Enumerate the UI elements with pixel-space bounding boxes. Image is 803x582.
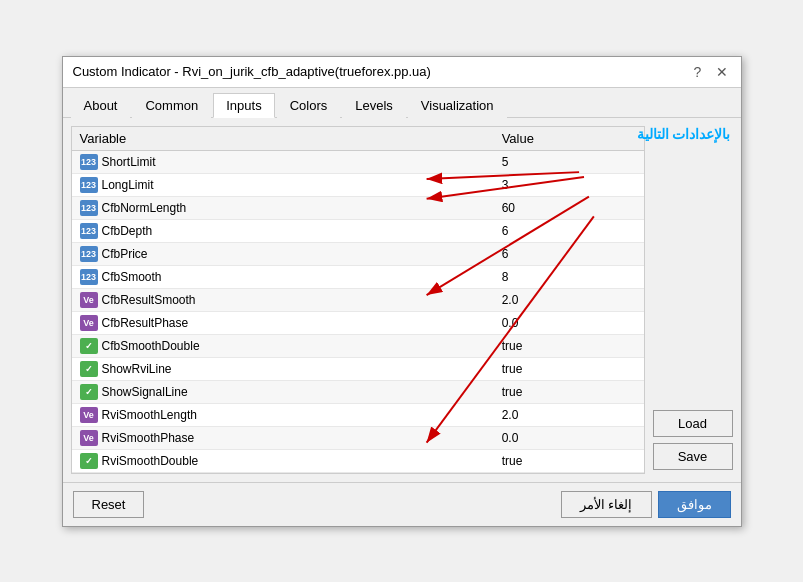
variable-name: RviSmoothDouble xyxy=(102,454,199,468)
variable-name: RviSmoothLength xyxy=(102,408,197,422)
close-icon[interactable]: ✕ xyxy=(713,63,731,81)
dialog: Custom Indicator - Rvi_on_jurik_cfb_adap… xyxy=(62,56,742,527)
bool-type-icon: ✓ xyxy=(80,384,98,400)
integer-type-icon: 123 xyxy=(80,223,98,239)
tab-common[interactable]: Common xyxy=(132,93,211,118)
variable-name: ShowRviLine xyxy=(102,362,172,376)
side-buttons: Load Save xyxy=(653,126,733,474)
load-button[interactable]: Load xyxy=(653,410,733,437)
save-button[interactable]: Save xyxy=(653,443,733,470)
table-row[interactable]: ✓ShowRviLinetrue xyxy=(72,357,644,380)
value-cell[interactable]: 2.0 xyxy=(494,403,644,426)
variable-name: ShowSignalLine xyxy=(102,385,188,399)
bool-type-icon: ✓ xyxy=(80,361,98,377)
table-row[interactable]: VeCfbResultPhase0.0 xyxy=(72,311,644,334)
content-area: بالإعدادات التالية xyxy=(63,118,741,482)
col-header-value: Value xyxy=(494,127,644,151)
value-cell[interactable]: true xyxy=(494,357,644,380)
variable-name: LongLimit xyxy=(102,178,154,192)
variable-name: CfbResultPhase xyxy=(102,316,189,330)
table-row[interactable]: VeRviSmoothPhase0.0 xyxy=(72,426,644,449)
variable-name: ShortLimit xyxy=(102,155,156,169)
title-icons: ? ✕ xyxy=(689,63,731,81)
bool-type-icon: ✓ xyxy=(80,338,98,354)
variables-table: Variable Value 123ShortLimit5123LongLimi… xyxy=(72,127,644,473)
value-cell[interactable]: 0.0 xyxy=(494,426,644,449)
tab-visualization[interactable]: Visualization xyxy=(408,93,507,118)
variable-cell: ✓ShowSignalLine xyxy=(72,380,494,403)
value-cell[interactable]: true xyxy=(494,334,644,357)
variable-name: CfbResultSmooth xyxy=(102,293,196,307)
double-type-icon: Ve xyxy=(80,315,98,331)
bottom-left-buttons: Reset xyxy=(73,491,145,518)
table-row[interactable]: 123CfbDepth6 xyxy=(72,219,644,242)
value-cell[interactable]: 60 xyxy=(494,196,644,219)
variable-cell: 123CfbDepth xyxy=(72,219,494,242)
value-cell[interactable]: 5 xyxy=(494,150,644,173)
table-row[interactable]: ✓RviSmoothDoubletrue xyxy=(72,449,644,472)
tab-about[interactable]: About xyxy=(71,93,131,118)
tab-inputs[interactable]: Inputs xyxy=(213,93,274,118)
table-row[interactable]: 123CfbPrice6 xyxy=(72,242,644,265)
tab-colors[interactable]: Colors xyxy=(277,93,341,118)
bottom-right-buttons: إلغاء الأمر موافق xyxy=(561,491,731,518)
variable-name: CfbSmooth xyxy=(102,270,162,284)
variable-name: CfbNormLength xyxy=(102,201,187,215)
cancel-button[interactable]: إلغاء الأمر xyxy=(561,491,652,518)
table-row[interactable]: 123LongLimit3 xyxy=(72,173,644,196)
table-row[interactable]: 123ShortLimit5 xyxy=(72,150,644,173)
integer-type-icon: 123 xyxy=(80,200,98,216)
variable-cell: VeRviSmoothPhase xyxy=(72,426,494,449)
integer-type-icon: 123 xyxy=(80,177,98,193)
variable-name: CfbDepth xyxy=(102,224,153,238)
variable-cell: 123LongLimit xyxy=(72,173,494,196)
reset-button[interactable]: Reset xyxy=(73,491,145,518)
variable-cell: VeRviSmoothLength xyxy=(72,403,494,426)
value-cell[interactable]: 6 xyxy=(494,219,644,242)
table-row[interactable]: ✓ShowSignalLinetrue xyxy=(72,380,644,403)
ok-button[interactable]: موافق xyxy=(658,491,731,518)
table-row[interactable]: VeRviSmoothLength2.0 xyxy=(72,403,644,426)
integer-type-icon: 123 xyxy=(80,246,98,262)
table-row[interactable]: 123CfbSmooth8 xyxy=(72,265,644,288)
double-type-icon: Ve xyxy=(80,292,98,308)
variable-cell: 123CfbPrice xyxy=(72,242,494,265)
value-cell[interactable]: 8 xyxy=(494,265,644,288)
variable-cell: 123CfbNormLength xyxy=(72,196,494,219)
bool-type-icon: ✓ xyxy=(80,453,98,469)
table-row[interactable]: 123CfbNormLength60 xyxy=(72,196,644,219)
tab-levels[interactable]: Levels xyxy=(342,93,406,118)
bottom-bar: Reset إلغاء الأمر موافق xyxy=(63,482,741,526)
table-row[interactable]: ✓CfbSmoothDoubletrue xyxy=(72,334,644,357)
value-cell[interactable]: 2.0 xyxy=(494,288,644,311)
variable-cell: ✓ShowRviLine xyxy=(72,357,494,380)
help-icon[interactable]: ? xyxy=(689,63,707,81)
value-cell[interactable]: 3 xyxy=(494,173,644,196)
variable-cell: 123ShortLimit xyxy=(72,150,494,173)
variable-name: CfbSmoothDouble xyxy=(102,339,200,353)
dialog-title: Custom Indicator - Rvi_on_jurik_cfb_adap… xyxy=(73,64,431,79)
tab-bar: About Common Inputs Colors Levels Visual… xyxy=(63,88,741,118)
variable-cell: VeCfbResultPhase xyxy=(72,311,494,334)
variables-table-container: Variable Value 123ShortLimit5123LongLimi… xyxy=(71,126,645,474)
variable-name: CfbPrice xyxy=(102,247,148,261)
value-cell[interactable]: 0.0 xyxy=(494,311,644,334)
variable-cell: ✓CfbSmoothDouble xyxy=(72,334,494,357)
title-bar: Custom Indicator - Rvi_on_jurik_cfb_adap… xyxy=(63,57,741,88)
value-cell[interactable]: 6 xyxy=(494,242,644,265)
double-type-icon: Ve xyxy=(80,407,98,423)
col-header-variable: Variable xyxy=(72,127,494,151)
value-cell[interactable]: true xyxy=(494,380,644,403)
integer-type-icon: 123 xyxy=(80,269,98,285)
variable-name: RviSmoothPhase xyxy=(102,431,195,445)
variable-cell: ✓RviSmoothDouble xyxy=(72,449,494,472)
double-type-icon: Ve xyxy=(80,430,98,446)
variable-cell: 123CfbSmooth xyxy=(72,265,494,288)
value-cell[interactable]: true xyxy=(494,449,644,472)
table-row[interactable]: VeCfbResultSmooth2.0 xyxy=(72,288,644,311)
integer-type-icon: 123 xyxy=(80,154,98,170)
variable-cell: VeCfbResultSmooth xyxy=(72,288,494,311)
